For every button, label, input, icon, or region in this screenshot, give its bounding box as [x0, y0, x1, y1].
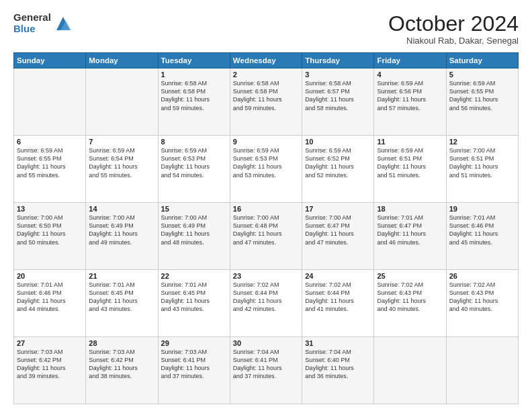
table-row: 7Sunrise: 6:59 AMSunset: 6:54 PMDaylight… — [86, 136, 158, 203]
table-row: 5Sunrise: 6:59 AMSunset: 6:55 PMDaylight… — [446, 68, 518, 136]
day-number: 1 — [161, 71, 227, 79]
logo-general: General — [13, 12, 51, 24]
table-row — [374, 337, 446, 404]
day-info: Sunrise: 7:01 AMSunset: 6:45 PMDaylight:… — [161, 281, 227, 314]
day-number: 3 — [305, 71, 371, 79]
calendar-week-row: 13Sunrise: 7:00 AMSunset: 6:50 PMDayligh… — [14, 203, 519, 270]
col-saturday: Saturday — [446, 53, 518, 68]
day-info: Sunrise: 6:58 AMSunset: 6:58 PMDaylight:… — [233, 79, 299, 112]
day-number: 24 — [305, 272, 371, 280]
day-info: Sunrise: 7:01 AMSunset: 6:46 PMDaylight:… — [17, 281, 83, 314]
day-info: Sunrise: 7:00 AMSunset: 6:47 PMDaylight:… — [305, 214, 371, 246]
day-info: Sunrise: 6:59 AMSunset: 6:55 PMDaylight:… — [449, 79, 515, 112]
table-row: 10Sunrise: 6:59 AMSunset: 6:52 PMDayligh… — [302, 136, 374, 203]
col-wednesday: Wednesday — [230, 53, 302, 68]
day-info: Sunrise: 6:59 AMSunset: 6:55 PMDaylight:… — [17, 146, 83, 179]
day-info: Sunrise: 6:59 AMSunset: 6:53 PMDaylight:… — [161, 146, 227, 179]
table-row: 24Sunrise: 7:02 AMSunset: 6:44 PMDayligh… — [302, 270, 374, 337]
logo-icon — [54, 14, 73, 33]
table-row: 8Sunrise: 6:59 AMSunset: 6:53 PMDaylight… — [158, 136, 230, 203]
day-number: 23 — [233, 272, 299, 280]
calendar-week-row: 27Sunrise: 7:03 AMSunset: 6:42 PMDayligh… — [14, 337, 519, 404]
col-tuesday: Tuesday — [158, 53, 230, 68]
day-info: Sunrise: 7:02 AMSunset: 6:44 PMDaylight:… — [233, 281, 299, 314]
table-row: 3Sunrise: 6:58 AMSunset: 6:57 PMDaylight… — [302, 68, 374, 136]
day-info: Sunrise: 6:59 AMSunset: 6:52 PMDaylight:… — [305, 146, 371, 179]
logo-blue: Blue — [13, 24, 51, 35]
day-info: Sunrise: 7:02 AMSunset: 6:43 PMDaylight:… — [449, 281, 515, 314]
day-number: 5 — [449, 71, 515, 79]
logo-text: General Blue — [13, 12, 51, 34]
day-number: 11 — [377, 138, 443, 146]
day-number: 21 — [89, 272, 154, 280]
day-number: 27 — [17, 339, 83, 347]
table-row: 20Sunrise: 7:01 AMSunset: 6:46 PMDayligh… — [14, 270, 86, 337]
table-row — [14, 68, 86, 136]
day-info: Sunrise: 7:01 AMSunset: 6:47 PMDaylight:… — [377, 214, 443, 246]
table-row: 31Sunrise: 7:04 AMSunset: 6:40 PMDayligh… — [302, 337, 374, 404]
col-friday: Friday — [374, 53, 446, 68]
day-number: 26 — [449, 272, 515, 280]
day-info: Sunrise: 6:59 AMSunset: 6:51 PMDaylight:… — [377, 146, 443, 179]
day-number: 31 — [305, 339, 371, 347]
table-row: 9Sunrise: 6:59 AMSunset: 6:53 PMDaylight… — [230, 136, 302, 203]
table-row: 27Sunrise: 7:03 AMSunset: 6:42 PMDayligh… — [14, 337, 86, 404]
table-row: 26Sunrise: 7:02 AMSunset: 6:43 PMDayligh… — [446, 270, 518, 337]
table-row: 17Sunrise: 7:00 AMSunset: 6:47 PMDayligh… — [302, 203, 374, 270]
calendar-header-row: Sunday Monday Tuesday Wednesday Thursday… — [14, 53, 519, 68]
day-number: 22 — [161, 272, 227, 280]
day-info: Sunrise: 6:58 AMSunset: 6:57 PMDaylight:… — [305, 79, 371, 112]
table-row: 2Sunrise: 6:58 AMSunset: 6:58 PMDaylight… — [230, 68, 302, 136]
table-row — [446, 337, 518, 404]
day-number: 20 — [17, 272, 83, 280]
day-info: Sunrise: 7:01 AMSunset: 6:46 PMDaylight:… — [449, 214, 515, 246]
day-number: 10 — [305, 138, 371, 146]
table-row: 23Sunrise: 7:02 AMSunset: 6:44 PMDayligh… — [230, 270, 302, 337]
table-row: 4Sunrise: 6:59 AMSunset: 6:56 PMDaylight… — [374, 68, 446, 136]
day-info: Sunrise: 7:01 AMSunset: 6:45 PMDaylight:… — [89, 281, 154, 314]
day-number: 17 — [305, 205, 371, 213]
table-row: 18Sunrise: 7:01 AMSunset: 6:47 PMDayligh… — [374, 203, 446, 270]
day-number: 2 — [233, 71, 299, 79]
day-info: Sunrise: 7:02 AMSunset: 6:43 PMDaylight:… — [377, 281, 443, 314]
day-info: Sunrise: 6:59 AMSunset: 6:53 PMDaylight:… — [233, 146, 299, 179]
day-info: Sunrise: 6:59 AMSunset: 6:56 PMDaylight:… — [377, 79, 443, 112]
header: General Blue October 2024 Niakoul Rab, D… — [13, 12, 519, 46]
table-row: 19Sunrise: 7:01 AMSunset: 6:46 PMDayligh… — [446, 203, 518, 270]
day-number: 30 — [233, 339, 299, 347]
day-info: Sunrise: 7:03 AMSunset: 6:42 PMDaylight:… — [89, 348, 154, 381]
table-row: 16Sunrise: 7:00 AMSunset: 6:48 PMDayligh… — [230, 203, 302, 270]
table-row: 6Sunrise: 6:59 AMSunset: 6:55 PMDaylight… — [14, 136, 86, 203]
col-thursday: Thursday — [302, 53, 374, 68]
day-info: Sunrise: 7:00 AMSunset: 6:50 PMDaylight:… — [17, 214, 83, 246]
day-number: 8 — [161, 138, 227, 146]
day-info: Sunrise: 7:04 AMSunset: 6:40 PMDaylight:… — [305, 348, 371, 381]
calendar-week-row: 6Sunrise: 6:59 AMSunset: 6:55 PMDaylight… — [14, 136, 519, 203]
table-row: 11Sunrise: 6:59 AMSunset: 6:51 PMDayligh… — [374, 136, 446, 203]
day-info: Sunrise: 7:03 AMSunset: 6:41 PMDaylight:… — [161, 348, 227, 381]
day-info: Sunrise: 7:00 AMSunset: 6:48 PMDaylight:… — [233, 214, 299, 246]
calendar-table: Sunday Monday Tuesday Wednesday Thursday… — [13, 52, 519, 404]
day-number: 7 — [89, 138, 154, 146]
day-info: Sunrise: 7:00 AMSunset: 6:49 PMDaylight:… — [161, 214, 227, 246]
table-row: 13Sunrise: 7:00 AMSunset: 6:50 PMDayligh… — [14, 203, 86, 270]
day-info: Sunrise: 7:02 AMSunset: 6:44 PMDaylight:… — [305, 281, 371, 314]
col-sunday: Sunday — [14, 53, 86, 68]
day-info: Sunrise: 6:59 AMSunset: 6:54 PMDaylight:… — [89, 146, 154, 179]
day-info: Sunrise: 7:00 AMSunset: 6:51 PMDaylight:… — [449, 146, 515, 179]
calendar-week-row: 20Sunrise: 7:01 AMSunset: 6:46 PMDayligh… — [14, 270, 519, 337]
month-title: October 2024 — [388, 12, 519, 36]
col-monday: Monday — [86, 53, 158, 68]
day-number: 25 — [377, 272, 443, 280]
day-number: 18 — [377, 205, 443, 213]
table-row: 30Sunrise: 7:04 AMSunset: 6:41 PMDayligh… — [230, 337, 302, 404]
day-number: 19 — [449, 205, 515, 213]
subtitle: Niakoul Rab, Dakar, Senegal — [388, 36, 519, 46]
table-row: 28Sunrise: 7:03 AMSunset: 6:42 PMDayligh… — [86, 337, 158, 404]
day-info: Sunrise: 6:58 AMSunset: 6:58 PMDaylight:… — [161, 79, 227, 112]
logo: General Blue — [13, 12, 73, 34]
day-number: 16 — [233, 205, 299, 213]
day-number: 4 — [377, 71, 443, 79]
table-row: 21Sunrise: 7:01 AMSunset: 6:45 PMDayligh… — [86, 270, 158, 337]
page: General Blue October 2024 Niakoul Rab, D… — [0, 0, 532, 411]
